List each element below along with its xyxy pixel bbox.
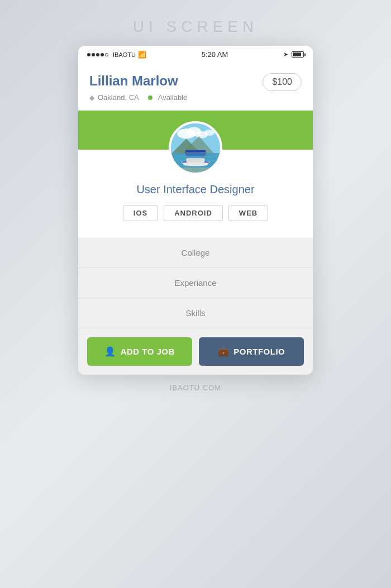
tag-ios[interactable]: IOS bbox=[123, 205, 158, 221]
carrier-text: IBAOTU bbox=[113, 51, 136, 58]
wifi-icon: 📶 bbox=[138, 51, 146, 59]
info-row-college[interactable]: College bbox=[78, 238, 313, 267]
buttons-row: 👤 ADD TO JOB 💼 PORTFOLIO bbox=[78, 328, 313, 375]
info-row-experience[interactable]: Experiance bbox=[78, 267, 313, 298]
tag-web[interactable]: WEB bbox=[228, 205, 268, 221]
page-title: UI SCREEN bbox=[133, 18, 258, 36]
job-title: User Interface Designer bbox=[136, 183, 254, 196]
profile-header: Lillian Marlow ◆ Oakland, CA Available $… bbox=[78, 62, 313, 111]
status-time: 5:20 AM bbox=[202, 50, 228, 59]
avatar-image bbox=[171, 123, 220, 173]
footer-text: IBAOTU.COM bbox=[170, 384, 221, 392]
tag-android[interactable]: ANDROID bbox=[164, 205, 223, 221]
portfolio-label: PORTFOLIO bbox=[233, 347, 285, 356]
battery-indicator bbox=[292, 51, 304, 58]
svg-rect-8 bbox=[187, 158, 205, 162]
add-to-job-label: ADD TO JOB bbox=[121, 347, 175, 356]
availability-dot bbox=[148, 95, 152, 100]
price-badge[interactable]: $100 bbox=[263, 73, 302, 91]
profile-name: Lillian Marlow bbox=[89, 73, 187, 89]
info-row-skills[interactable]: Skills bbox=[78, 298, 313, 328]
svg-rect-11 bbox=[185, 150, 206, 152]
portfolio-icon: 💼 bbox=[218, 346, 230, 357]
profile-location: Oakland, CA bbox=[98, 93, 139, 102]
phone-frame: IBAOTU 📶 5:20 AM ➤ Lillian Marlow ◆ Oakl… bbox=[78, 46, 313, 375]
tags-row: IOS ANDROID WEB bbox=[123, 205, 268, 221]
location-icon: ➤ bbox=[283, 51, 288, 58]
status-bar: IBAOTU 📶 5:20 AM ➤ bbox=[78, 46, 313, 62]
add-to-job-icon: 👤 bbox=[104, 346, 116, 357]
add-to-job-button[interactable]: 👤 ADD TO JOB bbox=[87, 337, 192, 366]
map-pin-icon: ◆ bbox=[89, 94, 94, 102]
info-sections: College Experiance Skills bbox=[78, 238, 313, 328]
svg-point-4 bbox=[204, 130, 214, 136]
portfolio-button[interactable]: 💼 PORTFOLIO bbox=[199, 337, 304, 366]
availability-text: Available bbox=[158, 93, 188, 102]
avatar bbox=[169, 121, 222, 175]
green-banner bbox=[78, 111, 313, 150]
